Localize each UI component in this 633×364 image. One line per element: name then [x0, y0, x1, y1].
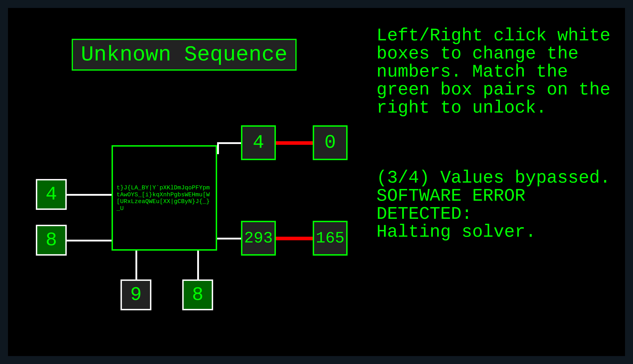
- target-pair2: 165: [313, 221, 348, 256]
- target-pair1: 0: [313, 125, 348, 160]
- wire: [217, 142, 242, 144]
- puzzle-title: Unknown Sequence: [72, 39, 297, 70]
- cipher-box: t}J{LA_BY|Y`pXKlDmJqoPFYpmtAwOYS_[i}kqXn…: [112, 145, 217, 250]
- input-bottom-c[interactable]: 9: [120, 280, 151, 310]
- instructions-text: Left/Right click white boxes to change t…: [376, 27, 621, 117]
- wire: [217, 142, 219, 154]
- status-text: (3/4) Values bypassed. SOFTWARE ERROR DE…: [376, 169, 621, 241]
- play-area: Unknown Sequence t}J{LA_BY|Y`pXKlDmJqoPF…: [8, 8, 625, 356]
- input-bottom-d[interactable]: 8: [182, 280, 213, 310]
- wire-mismatch: [276, 237, 314, 240]
- wire: [67, 194, 113, 196]
- input-left-b[interactable]: 8: [36, 225, 67, 256]
- input-left-a[interactable]: 4: [36, 179, 67, 210]
- wire: [135, 250, 137, 280]
- output-pair1: 4: [241, 125, 276, 160]
- output-pair2: 293: [241, 221, 276, 256]
- wire-mismatch: [276, 141, 314, 145]
- wire: [67, 240, 113, 242]
- game-stage: Unknown Sequence t}J{LA_BY|Y`pXKlDmJqoPF…: [0, 0, 633, 364]
- wire: [197, 250, 199, 280]
- wire: [217, 238, 242, 240]
